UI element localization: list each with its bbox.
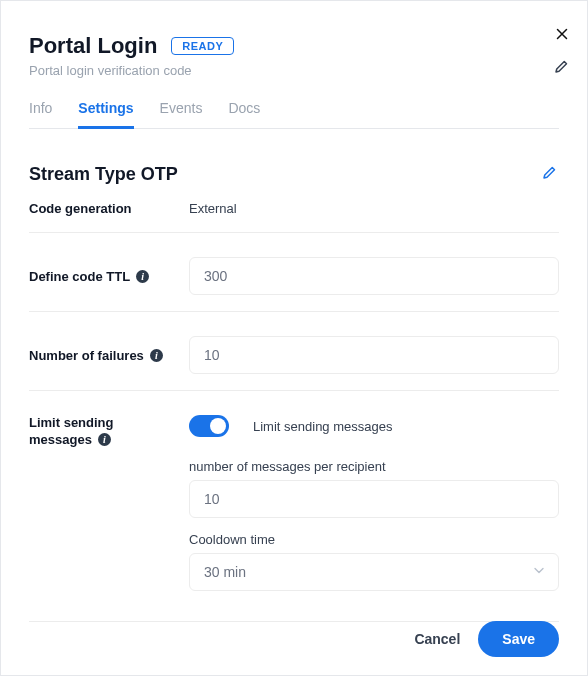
- info-icon[interactable]: i: [98, 433, 111, 446]
- limit-label: messages: [29, 432, 92, 447]
- limit-toggle[interactable]: [189, 415, 229, 437]
- tab-settings[interactable]: Settings: [78, 96, 133, 129]
- failures-label: Number of failures: [29, 348, 144, 363]
- page-title: Portal Login: [29, 33, 157, 59]
- divider: [29, 311, 559, 312]
- limit-label: Limit sending: [29, 415, 114, 430]
- tab-info[interactable]: Info: [29, 96, 52, 128]
- tab-docs[interactable]: Docs: [228, 96, 260, 128]
- tab-bar: Info Settings Events Docs: [29, 96, 559, 129]
- divider: [29, 390, 559, 391]
- limit-toggle-label: Limit sending messages: [253, 419, 392, 434]
- cooldown-label: Cooldown time: [189, 532, 559, 547]
- cooldown-select[interactable]: [189, 553, 559, 591]
- page-subtitle: Portal login verification code: [29, 63, 559, 78]
- save-button[interactable]: Save: [478, 621, 559, 657]
- pencil-icon[interactable]: [553, 57, 571, 79]
- divider: [29, 232, 559, 233]
- info-icon[interactable]: i: [136, 270, 149, 283]
- code-generation-label: Code generation: [29, 201, 189, 216]
- section-title: Stream Type OTP: [29, 164, 178, 185]
- code-generation-value: External: [189, 201, 559, 216]
- pencil-icon[interactable]: [541, 163, 559, 185]
- ttl-label: Define code TTL: [29, 269, 130, 284]
- ttl-input[interactable]: [189, 257, 559, 295]
- cancel-button[interactable]: Cancel: [414, 631, 460, 647]
- tab-events[interactable]: Events: [160, 96, 203, 128]
- per-recipient-input[interactable]: [189, 480, 559, 518]
- status-badge: READY: [171, 37, 234, 55]
- close-icon[interactable]: [553, 25, 571, 48]
- per-recipient-label: number of messages per recipient: [189, 459, 559, 474]
- failures-input[interactable]: [189, 336, 559, 374]
- info-icon[interactable]: i: [150, 349, 163, 362]
